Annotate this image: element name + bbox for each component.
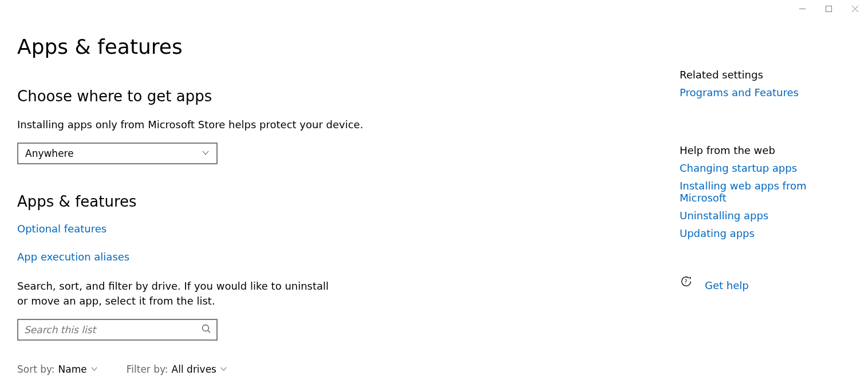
get-help-link[interactable]: Get help [705,279,749,291]
close-button[interactable] [842,0,868,17]
svg-rect-1 [826,6,831,11]
chevron-down-icon [220,364,227,375]
apps-instructions: Search, sort, and filter by drive. If yo… [17,279,338,309]
choose-heading: Choose where to get apps [17,88,565,105]
svg-line-5 [208,330,210,333]
programs-features-link[interactable]: Programs and Features [680,86,851,98]
chevron-down-icon [90,364,98,375]
help-web-heading: Help from the web [680,144,851,156]
filter-by-value: All drives [172,364,216,375]
apps-heading: Apps & features [17,193,565,210]
window-controls [789,0,868,17]
maximize-button[interactable] [815,0,842,17]
install-source-dropdown[interactable]: Anywhere [17,143,218,164]
search-input[interactable] [24,324,202,335]
search-box[interactable] [17,319,218,341]
minimize-button[interactable] [789,0,815,17]
sort-by-dropdown[interactable]: Sort by: Name [17,364,98,375]
page-title: Apps & features [17,34,565,59]
install-source-value: Anywhere [25,148,74,159]
sort-by-value: Name [58,364,87,375]
help-link-install-web[interactable]: Installing web apps from Microsoft [680,180,851,204]
choose-description: Installing apps only from Microsoft Stor… [17,117,565,132]
related-settings-heading: Related settings [680,69,851,81]
sort-by-label: Sort by: [17,364,55,375]
help-link-startup[interactable]: Changing startup apps [680,162,851,174]
help-link-update[interactable]: Updating apps [680,227,851,239]
filter-by-label: Filter by: [127,364,168,375]
optional-features-link[interactable]: Optional features [17,223,106,235]
svg-text:?: ? [685,278,688,284]
help-link-uninstall[interactable]: Uninstalling apps [680,210,851,222]
help-chat-icon: ? [680,275,692,290]
svg-point-4 [203,325,209,331]
search-icon [202,324,211,335]
filter-by-dropdown[interactable]: Filter by: All drives [127,364,227,375]
chevron-down-icon [202,148,210,159]
app-aliases-link[interactable]: App execution aliases [17,251,129,263]
